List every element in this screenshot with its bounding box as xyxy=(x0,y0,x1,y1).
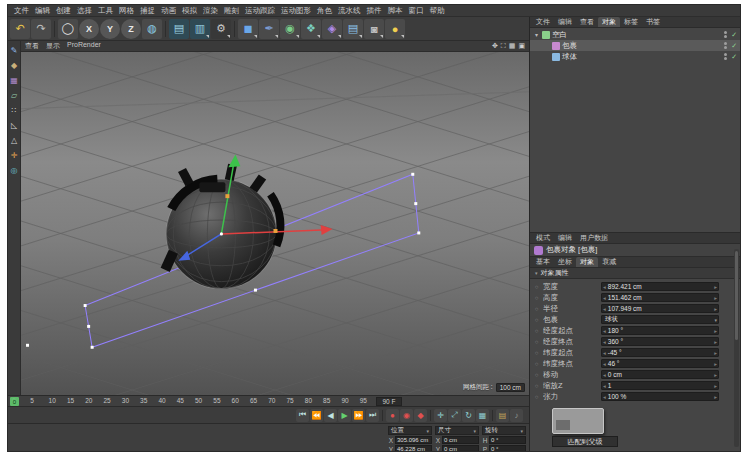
viewport-toggle-icon[interactable]: ▣ xyxy=(518,42,525,50)
coordinate-field[interactable]: 0 cm xyxy=(442,436,479,444)
record-scale-button[interactable]: ⤢ xyxy=(448,409,461,422)
keyframe-dot-icon[interactable]: ○ xyxy=(533,306,540,312)
goto-start-button[interactable]: ⏮ xyxy=(296,409,309,422)
visibility-dot-bottom[interactable] xyxy=(724,35,727,38)
keyframe-dot-icon[interactable]: ○ xyxy=(533,317,540,323)
object-tree-item[interactable]: ▾空白✓ xyxy=(530,29,740,40)
timeline-tick[interactable]: 95 xyxy=(360,397,367,404)
attribute-field[interactable]: ◂180 °▸ xyxy=(601,326,719,335)
timeline-tick[interactable]: 15 xyxy=(67,397,74,404)
add-camera-button[interactable]: ◙ xyxy=(364,19,384,39)
keyframe-selection-button[interactable]: ◆ xyxy=(414,409,427,422)
enabled-checkbox[interactable]: ✓ xyxy=(731,42,737,50)
tab-om-tabs[interactable]: 查看 xyxy=(576,17,598,27)
workplane-mode-icon[interactable]: ▱ xyxy=(8,88,20,102)
tab-om-tabs[interactable]: 编辑 xyxy=(554,17,576,27)
tab-sec-tabs[interactable]: 基本 xyxy=(532,257,554,267)
add-cube-button[interactable]: ◼ xyxy=(238,19,258,39)
add-light-button[interactable]: ● xyxy=(385,19,405,39)
viewport-move-icon[interactable]: ✥ xyxy=(492,42,498,50)
timeline-tick[interactable]: 45 xyxy=(177,397,184,404)
keyframe-dot-icon[interactable]: ○ xyxy=(533,394,540,400)
menubar-item[interactable]: 选择 xyxy=(74,6,95,16)
keyframe-dot-icon[interactable]: ○ xyxy=(533,328,540,334)
prev-frame-button[interactable]: ◀ xyxy=(324,409,337,422)
attribute-field[interactable]: ◂107.949 cm▸ xyxy=(601,304,719,313)
playback-mode-button[interactable]: ▤ xyxy=(496,409,509,422)
menubar-item[interactable]: 脚本 xyxy=(385,6,406,16)
timeline-tick[interactable]: 35 xyxy=(140,397,147,404)
menubar-item[interactable]: 动画 xyxy=(158,6,179,16)
timeline-tick[interactable]: 50 xyxy=(195,397,202,404)
record-position-button[interactable]: ✛ xyxy=(434,409,447,422)
menubar-item[interactable]: 角色 xyxy=(314,6,335,16)
texture-mode-icon[interactable]: ▦ xyxy=(8,73,20,87)
scrollbar[interactable] xyxy=(734,249,739,447)
tab-sec-tabs[interactable]: 坐标 xyxy=(554,257,576,267)
record-rotation-button[interactable]: ↻ xyxy=(462,409,475,422)
expander-icon[interactable]: ▾ xyxy=(533,31,540,38)
visibility-dot-bottom[interactable] xyxy=(724,57,727,60)
visibility-dots[interactable] xyxy=(724,53,727,60)
attribute-group-header[interactable]: ▾ 对象属性 xyxy=(530,268,740,279)
tab-om-tabs[interactable]: 对象 xyxy=(598,17,620,27)
visibility-dot-bottom[interactable] xyxy=(724,46,727,49)
axis-mode-icon[interactable]: ✛ xyxy=(8,148,20,162)
tab-attr-tabs[interactable]: 模式 xyxy=(532,233,554,243)
end-frame-field[interactable]: 90 F xyxy=(376,397,402,406)
enabled-checkbox[interactable]: ✓ xyxy=(731,53,737,61)
menubar-item[interactable]: 流水线 xyxy=(335,6,364,16)
menubar-item[interactable]: 创建 xyxy=(53,6,74,16)
add-generator-button[interactable]: ◉ xyxy=(280,19,300,39)
attribute-field[interactable]: ◂-45 °▸ xyxy=(601,348,719,357)
visibility-dot-top[interactable] xyxy=(724,42,727,45)
attribute-field[interactable]: ◂1▸ xyxy=(601,381,719,390)
spinner-right-icon[interactable]: ▸ xyxy=(714,350,717,356)
keyframe-dot-icon[interactable]: ○ xyxy=(533,372,540,378)
make-editable-icon[interactable]: ✎ xyxy=(8,43,20,57)
axis-lock-x-button[interactable]: X xyxy=(79,19,99,39)
spinner-right-icon[interactable]: ▸ xyxy=(714,339,717,345)
attribute-field[interactable]: ◂892.421 cm▸ xyxy=(601,282,719,291)
spinner-right-icon[interactable]: ▸ xyxy=(714,394,717,400)
axis-lock-z-button[interactable]: Z xyxy=(121,19,141,39)
render-view-button[interactable]: ▤ xyxy=(169,19,189,39)
edge-mode-icon[interactable]: ◺ xyxy=(8,118,20,132)
spinner-right-icon[interactable]: ▸ xyxy=(714,284,717,290)
snap-icon[interactable]: ◎ xyxy=(8,163,20,177)
timeline-tick[interactable]: 5 xyxy=(30,397,34,404)
viewport[interactable]: 网格间距 : 100 cm xyxy=(21,52,529,395)
spinner-right-icon[interactable]: ▸ xyxy=(714,306,717,312)
render-picture-viewer-button[interactable]: ▥ xyxy=(190,19,210,39)
menubar-item[interactable]: 模拟 xyxy=(179,6,200,16)
keyframe-dot-icon[interactable]: ○ xyxy=(533,284,540,290)
viewport-menu-item[interactable]: ProRender xyxy=(67,41,101,51)
keyframe-dot-icon[interactable]: ○ xyxy=(533,350,540,356)
goto-end-button[interactable]: ⏭ xyxy=(366,409,379,422)
timeline-tick[interactable]: 75 xyxy=(287,397,294,404)
axis-lock-y-button[interactable]: Y xyxy=(100,19,120,39)
menubar-item[interactable]: 帮助 xyxy=(427,6,448,16)
timeline-tick[interactable]: 55 xyxy=(213,397,220,404)
spinner-right-icon[interactable]: ▸ xyxy=(714,383,717,389)
next-key-button[interactable]: ⏩ xyxy=(352,409,365,422)
keyframe-dot-icon[interactable]: ○ xyxy=(533,383,540,389)
menubar-item[interactable]: 插件 xyxy=(364,6,385,16)
menubar-item[interactable]: 运动图形 xyxy=(278,6,314,16)
menubar-item[interactable]: 编辑 xyxy=(32,6,53,16)
viewport-menu-item[interactable]: 显示 xyxy=(46,41,60,51)
attribute-field[interactable]: ◂100 %▸ xyxy=(601,392,719,401)
visibility-dots[interactable] xyxy=(724,31,727,38)
viewport-maximize-icon[interactable]: ⛶ xyxy=(501,42,506,50)
model-mode-icon[interactable]: ◆ xyxy=(8,58,20,72)
spinner-right-icon[interactable]: ▸ xyxy=(714,361,717,367)
menubar-item[interactable]: 渲染 xyxy=(200,6,221,16)
record-keyframe-button[interactable]: ● xyxy=(386,409,399,422)
tab-om-tabs[interactable]: 文件 xyxy=(532,17,554,27)
add-environment-button[interactable]: ▤ xyxy=(343,19,363,39)
keyframe-dot-icon[interactable]: ○ xyxy=(533,295,540,301)
attribute-field[interactable]: ◂46 °▸ xyxy=(601,359,719,368)
render-settings-button[interactable]: ⚙ xyxy=(211,19,231,39)
viewport-canvas[interactable] xyxy=(21,52,529,395)
coordinate-field[interactable]: 0 ° xyxy=(489,436,526,444)
